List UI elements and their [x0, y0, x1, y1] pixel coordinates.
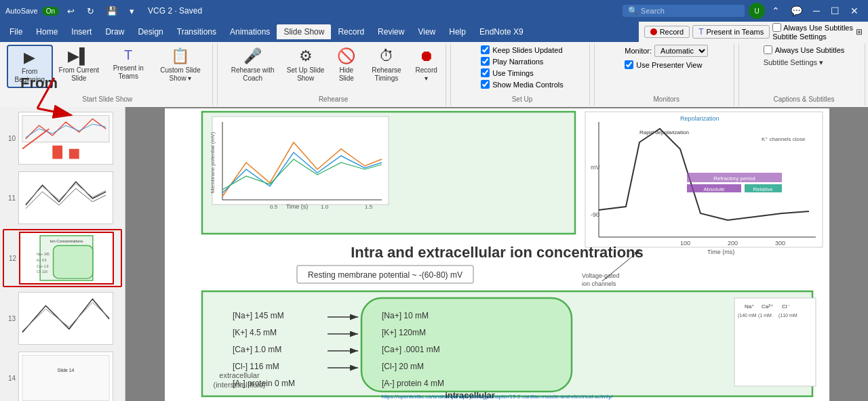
sep1 [217, 43, 218, 106]
tab-animations[interactable]: Animations [223, 24, 277, 39]
present-teams-button[interactable]: T Present in Teams [692, 25, 770, 39]
svg-text:0.5: 0.5 [270, 204, 278, 210]
slide-thumb-11[interactable]: 11 [3, 169, 122, 226]
tab-record[interactable]: Record [331, 24, 371, 39]
close-btn[interactable]: ✕ [846, 4, 863, 18]
svg-text:(140 mM: (140 mM [738, 313, 757, 318]
show-media-row[interactable]: Show Media Controls [481, 79, 564, 89]
presenter-view-cb[interactable] [625, 60, 633, 69]
svg-text:mV: mV [591, 164, 600, 171]
tab-draw[interactable]: Draw [98, 24, 131, 39]
svg-text:Resting membrane potential ~ -: Resting membrane potential ~ -(60-80) mV [308, 270, 462, 280]
customize-btn[interactable]: ▾ [125, 5, 138, 18]
svg-rect-14 [19, 293, 113, 345]
always-subtitles-checkbox[interactable] [772, 23, 781, 32]
tab-review[interactable]: Review [371, 24, 411, 39]
rehearse-coach-btn[interactable]: 🎤 Rehearse with Coach [225, 45, 279, 85]
undo-btn[interactable]: ↩ [63, 5, 79, 18]
always-subtitles-ribbon-row[interactable]: Always Use Subtitles [764, 45, 845, 55]
svg-text:ion channels: ion channels [582, 280, 616, 287]
always-subtitles-ribbon-cb[interactable] [764, 45, 772, 54]
record-button[interactable]: Record [644, 26, 690, 38]
captions-label: Captions & Subtitles [773, 96, 834, 104]
teams-icon: T [698, 27, 703, 37]
ribbon-toggle-btn[interactable]: ⌃ [768, 4, 784, 18]
tab-transitions[interactable]: Transitions [170, 24, 223, 39]
comments-btn[interactable]: 💬 [787, 4, 806, 18]
main-area: 10 11 [0, 107, 868, 401]
show-media-label: Show Media Controls [492, 81, 564, 89]
svg-rect-22 [212, 117, 389, 205]
always-subtitles-row[interactable]: Always Use Subtitles [772, 23, 853, 32]
search-input[interactable] [641, 7, 736, 15]
svg-text:Ca²⁺: Ca²⁺ [762, 303, 773, 310]
svg-text:Na+ 145: Na+ 145 [37, 253, 50, 256]
quick-save-btn[interactable]: 💾 [102, 5, 121, 18]
monitor-select-row: Monitor: Automatic [625, 45, 708, 57]
present-teams-ribbon-btn[interactable]: T Present in Teams [105, 45, 151, 83]
tab-design[interactable]: Design [131, 24, 170, 39]
canvas-area: Time (s) Membrane potential (mV) 0.5 1.0… [125, 107, 868, 401]
tab-insert[interactable]: Insert [64, 24, 98, 39]
titlebar: AutoSave On ↩ ↻ 💾 ▾ VCG 2 · Saved 🔍 U ⌃ … [0, 0, 868, 22]
setup-checkboxes: Keep Slides Updated Play Narrations Use … [481, 45, 564, 96]
show-media-cb[interactable] [481, 80, 490, 89]
monitor-dropdown[interactable]: Automatic [654, 45, 708, 57]
profile-btn[interactable]: U [749, 3, 765, 19]
custom-slide-icon: 📋 [171, 47, 189, 65]
titlebar-left: AutoSave On ↩ ↻ 💾 ▾ VCG 2 · Saved [5, 5, 618, 18]
start-slideshow-label: Start Slide Show [82, 96, 132, 104]
ribbon-content: ▶ From Beginning ▶▌ From Current Slide T… [0, 42, 868, 107]
rehearse-group: 🎤 Rehearse with Coach ⚙ Set Up Slide Sho… [221, 43, 446, 106]
record-slideshow-btn[interactable]: ⏺ Record ▾ [412, 45, 441, 85]
slide-num-11: 11 [5, 194, 16, 202]
svg-text:Time (s): Time (s) [285, 203, 308, 210]
svg-text:extracellular: extracellular [219, 371, 260, 379]
keep-updated-cb[interactable] [481, 45, 490, 54]
setup-slideshow-btn[interactable]: ⚙ Set Up Slide Show [281, 45, 330, 85]
subtitle-settings-btn[interactable]: Subtitle Settings [772, 33, 853, 41]
slide-canvas: Time (s) Membrane potential (mV) 0.5 1.0… [165, 108, 829, 401]
slide-thumb-14[interactable]: 14 Slide 14 [3, 350, 122, 401]
always-subtitles-ribbon-label: Always Use Subtitles [775, 46, 845, 54]
hide-slide-btn[interactable]: 🚫 Hide Slide [331, 45, 361, 85]
tabs-area: File Home Insert Draw Design Transitions… [0, 22, 639, 42]
slide-thumb-12[interactable]: 12 Ion Concentrations Na+ 145 K+ 4.5 Ca+… [3, 229, 122, 287]
slide-img-14: Slide 14 [18, 352, 113, 401]
redo-btn[interactable]: ↻ [83, 5, 98, 18]
slide-num-14: 14 [5, 375, 16, 382]
tab-endnote[interactable]: EndNote X9 [473, 24, 530, 39]
setup-label: Set Up [512, 96, 533, 104]
search-box[interactable]: 🔍 [623, 5, 745, 17]
custom-slide-btn[interactable]: 📋 Custom Slide Show ▾ [153, 45, 208, 85]
subtitle-settings-ribbon-btn[interactable]: Subtitle Settings ▾ [764, 58, 824, 68]
tab-slideshow[interactable]: Slide Show [277, 24, 331, 39]
slide-num-13: 13 [5, 315, 16, 322]
rehearse-timings-icon: ⏱ [379, 47, 394, 65]
sep2 [450, 43, 451, 106]
tab-help[interactable]: Help [442, 24, 473, 39]
tab-view[interactable]: View [411, 24, 442, 39]
use-timings-row[interactable]: Use Timings [481, 68, 534, 78]
minimize-btn[interactable]: ─ [809, 4, 824, 18]
rehearse-timings-btn[interactable]: ⏱ Rehearse Timings [363, 45, 410, 85]
ribbon-expand-btn[interactable]: ⊞ [856, 27, 863, 37]
tab-home[interactable]: Home [29, 24, 64, 39]
slide-thumb-10[interactable]: 10 [3, 110, 122, 167]
maximize-btn[interactable]: ☐ [827, 4, 844, 18]
hide-slide-label: Hide Slide [335, 66, 357, 83]
presenter-view-row[interactable]: Use Presenter View [625, 60, 702, 70]
svg-text:[A-] protein 4 mM: [A-] protein 4 mM [382, 379, 444, 388]
use-timings-cb[interactable] [481, 68, 490, 77]
tab-file[interactable]: File [3, 24, 29, 39]
from-beginning-btn[interactable]: ▶ From Beginning [7, 45, 53, 88]
autosave-toggle[interactable]: On [42, 7, 59, 16]
play-narrations-row[interactable]: Play Narrations [481, 56, 543, 66]
play-narrations-cb[interactable] [481, 57, 490, 66]
keep-updated-row[interactable]: Keep Slides Updated [481, 45, 562, 55]
from-current-btn[interactable]: ▶▌ From Current Slide [54, 45, 104, 85]
slide-img-12: Ion Concentrations Na+ 145 K+ 4.5 Ca+ 1.… [19, 232, 114, 284]
svg-text:Ion Concentrations: Ion Concentrations [50, 239, 83, 243]
present-teams-icon: T [124, 47, 132, 63]
slide-thumb-13[interactable]: 13 [3, 290, 122, 347]
